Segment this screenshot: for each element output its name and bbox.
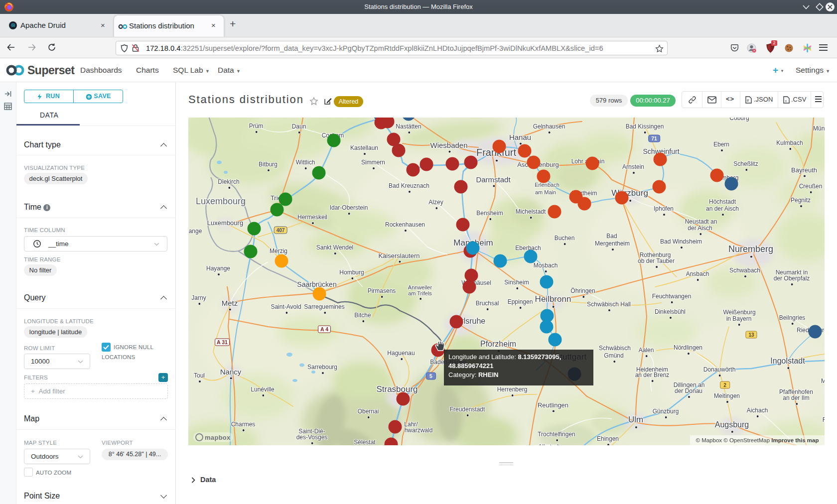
svg-text:x: x bbox=[785, 99, 787, 103]
